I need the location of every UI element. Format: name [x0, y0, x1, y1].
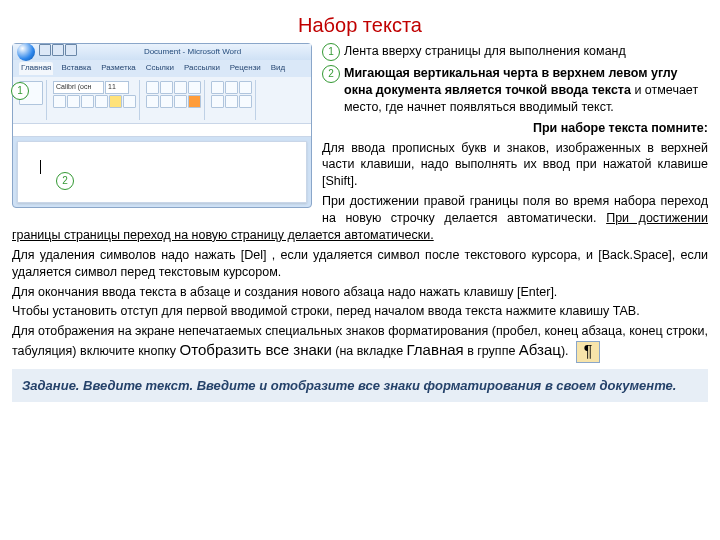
callout-1-text: Лента вверху страницы для выполнения ком… — [344, 43, 626, 60]
para-delete: Для удаления символов надо нажать [Del] … — [12, 247, 708, 281]
task-box: Задание. Введите текст. Введите и отобра… — [12, 369, 708, 403]
quick-access-toolbar — [39, 44, 78, 60]
ribbon: Calibri (осн11 — [13, 77, 311, 123]
task-text: Введите и отобразите все знаки форматиро… — [193, 378, 676, 393]
para-enter: Для окончания ввода текста в абзаце и со… — [12, 284, 708, 301]
ruler — [13, 123, 311, 137]
size-box: 11 — [105, 81, 129, 94]
font-box: Calibri (осн — [53, 81, 104, 94]
text-cursor-icon — [40, 160, 41, 174]
page-title: Набор текста — [12, 12, 708, 39]
word-screenshot: Document - Microsoft Word Главная Вставк… — [12, 43, 312, 208]
callout-number-2: 2 — [322, 65, 340, 83]
app-title: Document - Microsoft Word — [78, 47, 307, 58]
callout-2-text: Мигающая вертикальная черта в верхнем ле… — [344, 65, 708, 116]
task-label: Задание. Введите текст. — [22, 378, 193, 393]
para-showall: Для отображения на экране непечатаемых с… — [12, 323, 708, 363]
callout-number-1: 1 — [322, 43, 340, 61]
ribbon-tabs: Главная Вставка Разметка Ссылки Рассылки… — [13, 60, 311, 77]
document-area: 2 — [17, 141, 307, 203]
marker-2: 2 — [56, 172, 74, 190]
pilcrow-icon: ¶ — [576, 341, 600, 363]
marker-1: 1 — [11, 82, 29, 100]
office-button-icon — [17, 43, 35, 61]
para-tab: Чтобы установить отступ для первой вводи… — [12, 303, 708, 320]
